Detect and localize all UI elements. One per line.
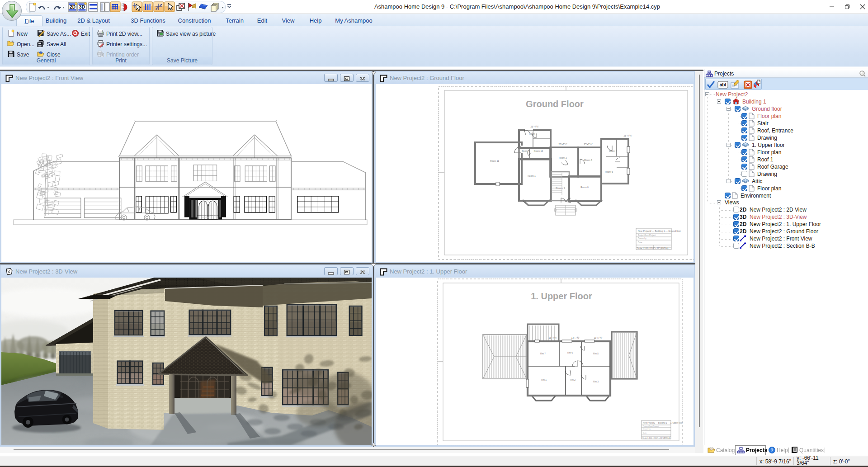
svg-text:Rm 5: Rm 5 xyxy=(593,352,599,355)
svg-text:13'+7'½": 13'+7'½" xyxy=(594,336,602,339)
svg-text:Project/floor/Project: Project/floor/Project xyxy=(643,425,659,427)
svg-text:Room 4: Room 4 xyxy=(529,132,537,135)
svg-text:3D: 3D xyxy=(79,5,85,9)
svg-text:25'+7'½": 25'+7'½" xyxy=(558,143,567,146)
svg-text:25'+7'½": 25'+7'½" xyxy=(530,125,539,128)
svg-text:abl: abl xyxy=(720,82,726,87)
svg-text:Rm 3: Rm 3 xyxy=(593,380,599,383)
svg-text:Room 10: Room 10 xyxy=(534,150,543,152)
svg-text:Scale 1:100 · 8 1/2" x 11" (AN: Scale 1:100 · 8 1/2" x 11" (ANSI A) xyxy=(642,437,670,439)
svg-text:Room 5: Room 5 xyxy=(605,170,613,173)
svg-text:25'+7'½": 25'+7'½" xyxy=(623,134,632,137)
svg-text:Date: Date xyxy=(643,432,647,434)
svg-text:Scale 1:100 · 8 1/2" x 11" (AN: Scale 1:100 · 8 1/2" x 11" (ANSI A) xyxy=(637,247,669,250)
svg-text:Room 9: Room 9 xyxy=(522,150,530,152)
svg-text:?: ? xyxy=(770,448,774,453)
svg-text:New Project2 — Building 1 — 1.: New Project2 — Building 1 — 1. Upper flo… xyxy=(643,422,683,424)
svg-text:Rm 6: Rm 6 xyxy=(567,351,573,354)
svg-text:Room 2: Room 2 xyxy=(559,156,567,159)
svg-text:Date: Date xyxy=(638,241,642,244)
svg-text:Room 7: Room 7 xyxy=(609,150,617,152)
svg-text:Project/floor/Project: Project/floor/Project xyxy=(638,234,656,236)
svg-text:Drawn by: Drawn by xyxy=(638,237,647,240)
svg-text:Rm 2: Rm 2 xyxy=(570,378,576,381)
svg-text:+: + xyxy=(579,359,581,363)
svg-text:Ground Floor: Ground Floor xyxy=(526,99,584,109)
svg-text:Room 11: Room 11 xyxy=(490,160,499,162)
svg-text:2D: 2D xyxy=(70,5,75,9)
svg-text:Room 1: Room 1 xyxy=(528,175,536,177)
svg-text:Rm 7: Rm 7 xyxy=(540,352,546,355)
svg-text:New Project2 — Building 1 — Gr: New Project2 — Building 1 — Ground floor xyxy=(638,230,681,232)
svg-text:Drawn by: Drawn by xyxy=(643,428,651,430)
svg-text:Room 6: Room 6 xyxy=(580,186,589,189)
svg-text:Room 3: Room 3 xyxy=(556,187,566,189)
svg-text:25'+7'½": 25'+7'½" xyxy=(584,143,592,146)
svg-text:Rm 1: Rm 1 xyxy=(541,378,547,381)
svg-text:1. Upper Floor: 1. Upper Floor xyxy=(531,291,592,301)
svg-text:13'+7'½": 13'+7'½" xyxy=(548,336,557,339)
svg-text:13'+7'½": 13'+7'½" xyxy=(571,336,580,339)
svg-text:Room 8: Room 8 xyxy=(584,159,592,161)
